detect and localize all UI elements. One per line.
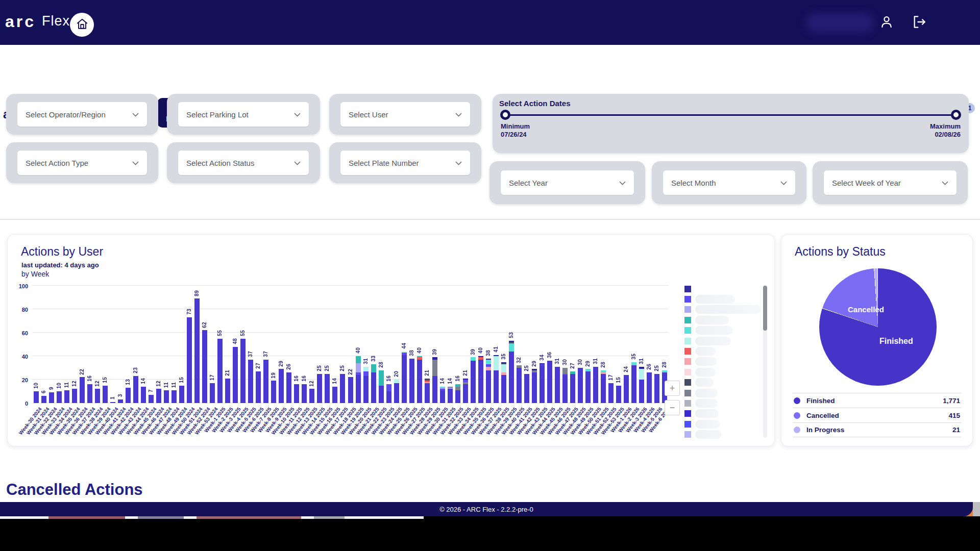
bar-segment [455,390,460,403]
status-legend: Finished1,771Cancelled415In Progress21 [793,393,961,437]
bar-value-label: 44 [401,343,407,349]
bar-segment [156,389,161,403]
bar-segment [501,372,506,375]
status-legend-row[interactable]: Cancelled415 [793,408,961,422]
y-axis-label: 0 [14,400,28,407]
bar-segment [486,359,491,360]
legend-item[interactable] [684,378,761,388]
bar-segment [225,379,230,403]
logout-button[interactable] [910,13,929,33]
legend-color-swatch [684,348,691,355]
legend-item[interactable] [684,357,761,367]
bar-value-label: 41 [493,346,499,353]
action-type-select[interactable]: Select Action Type [17,151,147,175]
date-min-label: Minimum [501,122,530,131]
bar-segment [455,384,460,387]
legend-item[interactable] [684,398,761,408]
bar-segment [471,361,476,403]
account-button[interactable] [877,13,896,33]
bar-value-label: 26 [286,364,291,370]
legend-item[interactable] [684,409,761,419]
bar-value-label: 12 [156,381,161,387]
legend-item[interactable] [684,429,761,439]
legend-item[interactable] [684,325,761,336]
clipped-content [314,516,345,519]
bar-segment [601,372,606,373]
action-dates-label: Select Action Dates [499,99,571,108]
legend-item[interactable] [684,294,761,304]
legend-item[interactable] [684,315,761,325]
select-placeholder: Select Year [509,179,548,187]
parking-lot-select[interactable]: Select Parking Lot [178,102,309,127]
legend-item[interactable] [684,367,761,377]
footer-text: © 2026 - ARC Flex - 2.2.2-pre-0 [439,506,533,513]
date-slider-min-handle[interactable] [500,110,510,120]
bar-value-label: 16 [301,375,307,382]
gridline [32,309,669,309]
legend-item[interactable] [684,419,761,429]
select-placeholder: Select User [349,110,388,119]
bar-segment [631,362,636,366]
legend-scrollbar-thumb[interactable] [763,286,767,331]
month-select[interactable]: Select Month [663,170,795,195]
year-select[interactable]: Select Year [501,170,634,195]
legend-item[interactable] [684,346,761,356]
legend-item[interactable] [684,284,761,294]
filter-card-month: Select Month [652,161,806,204]
bar-segment [616,386,621,404]
bar-segment [509,341,514,342]
action-status-select[interactable]: Select Action Status [178,151,309,175]
bar-segment [463,379,468,380]
operator-region-select[interactable]: Select Operator/Region [17,102,147,127]
bar-segment [425,382,430,383]
bar-segment [601,374,606,404]
filter-card-action-type: Select Action Type [6,142,158,183]
legend-redacted-label [695,316,729,324]
status-pie-chart: Cancelled Finished [819,268,937,386]
bar-value-label: 37 [248,351,253,357]
bar-segment [509,342,514,343]
legend-item[interactable] [684,388,761,398]
bar-value-label: 14 [439,378,445,384]
select-placeholder: Select Parking Lot [186,110,249,119]
chart-zoom-in-button[interactable]: + [665,381,680,396]
legend-redacted-label [695,305,761,314]
cancelled-actions-heading: Cancelled Actions [6,481,143,499]
product-name: Flex [42,13,70,29]
bar-segment [210,383,215,403]
legend-color-swatch [684,296,691,303]
legend-item[interactable] [684,305,761,315]
bar-segment [478,357,483,360]
bar-segment [517,368,522,403]
bar-value-label: 39 [470,349,476,355]
user-select[interactable]: Select User [340,102,470,127]
bar-segment [256,371,261,403]
chart-zoom-out-button[interactable]: − [665,400,680,415]
bar-segment [286,372,291,403]
date-max-value: 02/08/26 [930,131,961,139]
legend-scrollbar[interactable] [763,285,767,438]
status-legend-row[interactable]: Finished1,771 [793,393,961,408]
last-updated-text: last updated: 4 days ago [21,261,99,269]
bar-segment [639,369,644,380]
bar-segment [187,317,192,403]
gridline [32,285,669,286]
bar-segment [317,374,322,404]
filter-card-action-status: Select Action Status [167,142,320,183]
bar-segment [356,363,361,372]
plate-number-select[interactable]: Select Plate Number [340,151,470,175]
home-button[interactable] [70,13,94,37]
legend-item[interactable] [684,336,761,346]
week-of-year-select[interactable]: Select Week of Year [824,170,957,195]
date-slider-max-handle[interactable] [951,110,961,120]
bar-segment [608,383,614,403]
bar-segment [509,352,514,403]
bar-value-label: 38 [485,350,491,356]
status-legend-row[interactable]: In Progress21 [793,422,961,437]
bar-segment [494,355,499,356]
bar-segment [463,382,468,385]
bar-segment [87,384,92,403]
actions-by-user-card: Actions by User last updated: 4 days ago… [7,234,775,446]
bar-segment [141,387,146,403]
redacted-username [806,13,874,33]
